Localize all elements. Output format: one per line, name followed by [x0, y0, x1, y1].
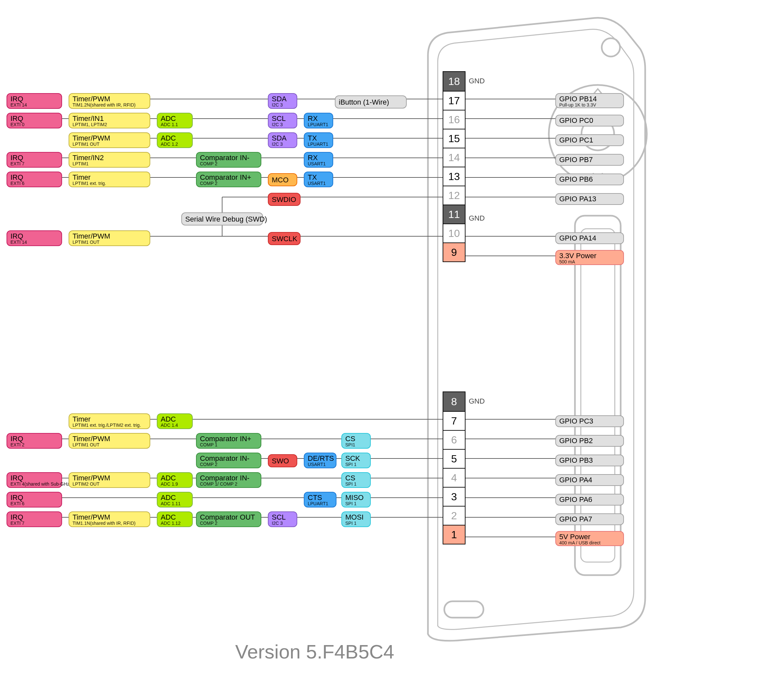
box-tmr7: TimerLPTIM1 ext. trig./LPTIM2 ext. trig.	[68, 413, 150, 429]
box-irq6: IRQEXTI 2	[6, 433, 62, 449]
gpio-p7: GPIO PC3	[555, 415, 624, 427]
box-derts5: DE/RTSUSART1	[304, 453, 337, 468]
box-swo5: SWO	[268, 454, 297, 467]
box-irq13: IRQEXTI 6	[6, 172, 62, 187]
pin-13: 13	[443, 167, 465, 186]
box-adc16: ADCADC 1.1	[157, 113, 193, 128]
pin-17: 17	[443, 91, 465, 110]
box-scl16: SCLI2C 3	[268, 113, 297, 128]
box-cmp13: Comparator IN+COMP 2	[196, 172, 261, 187]
pin-column-bottom: 87654321	[443, 392, 466, 545]
version-text: Version 5.F4B5C4	[235, 641, 394, 663]
box-tx15: TXLPUART1	[304, 132, 333, 148]
box-tmr13: TimerLPTIM1 ext. trig.	[68, 172, 150, 187]
box-tmr10: Timer/PWMLPTIM1 OUT	[68, 230, 150, 246]
box-tmr15: Timer/PWMLPTIM1 OUT	[68, 132, 150, 148]
gpio-p3: GPIO PA6	[555, 494, 624, 505]
box-cs6: CSSPI1	[341, 433, 371, 449]
box-cts3: CTSLPUART1	[304, 492, 337, 507]
pin-2: 2	[443, 506, 465, 525]
box-cmp5: Comparator IN-COMP 2	[196, 453, 261, 468]
box-adc2: ADCADC 1.12	[157, 512, 193, 527]
gpio-p13: GPIO PB6	[555, 174, 624, 185]
box-tmr2: Timer/PWMTIM1.1N(shared with IR, RFID)	[68, 512, 150, 527]
box-mosi2: MOSISPI 1	[341, 512, 371, 527]
gpio-p15: GPIO PC1	[555, 134, 624, 146]
gpio-p9: 3.3V Power500 mA	[555, 250, 624, 265]
pin-8: 8	[443, 392, 465, 411]
box-irq16: IRQEXTI 0	[6, 113, 62, 128]
box-cmp2: Comparator OUTCOMP 2	[196, 512, 261, 527]
box-sda15: SDAI2C 3	[268, 132, 297, 148]
gpio-p6: GPIO PB2	[555, 435, 624, 447]
box-adc3: ADCADC 1.11	[157, 492, 193, 507]
gpio-p10: GPIO PA14	[555, 232, 624, 244]
pin-3: 3	[443, 487, 465, 506]
box-sck5: SCKSPI 1	[341, 453, 371, 468]
box-ibtn: iButton (1-Wire)	[335, 96, 407, 108]
gnd-label-18: GND	[469, 77, 485, 85]
pin-12: 12	[443, 186, 465, 205]
box-tmr14: Timer/IN2LPTIM1	[68, 152, 150, 167]
box-swdio: SWDIO	[268, 193, 301, 206]
box-irq3: IRQEXTI 6	[6, 492, 62, 507]
box-tmr4: Timer/PWMLPTIM2 OUT	[68, 472, 150, 488]
gpio-p4: GPIO PA4	[555, 474, 624, 486]
gpio-p12: GPIO PA13	[555, 193, 624, 205]
box-adc7: ADCADC 1.4	[157, 413, 193, 429]
pin-column-top: 1817161514131211109	[443, 71, 466, 262]
box-swdlbl: Serial Wire Debug (SWD)	[181, 212, 263, 225]
box-cmp14: Comparator IN-COMP 2	[196, 152, 261, 167]
pin-10: 10	[443, 223, 465, 242]
gpio-p16: GPIO PC0	[555, 115, 624, 126]
box-sda17: SDAI2C 3	[268, 93, 297, 109]
box-miso3: MISOSPI 1	[341, 492, 371, 507]
pin-6: 6	[443, 430, 465, 449]
box-irq14: IRQEXTI 7	[6, 152, 62, 167]
pin-5: 5	[443, 449, 465, 468]
box-irq10: IRQEXTI 14	[6, 230, 62, 246]
box-tmr16: Timer/IN1LPTIM1, LPTIM2	[68, 113, 150, 128]
box-cmp4: Comparator IN-COMP 1/ COMP 2	[196, 472, 261, 488]
box-swclk: SWCLK	[268, 232, 301, 245]
pin-7: 7	[443, 411, 465, 430]
svg-point-4	[602, 38, 620, 57]
pin-16: 16	[443, 110, 465, 129]
gpio-p14: GPIO PB7	[555, 154, 624, 166]
box-adc4: ADCADC 1.9	[157, 472, 193, 488]
box-tmr17: Timer/PWMTIM1.2N(shared with IR, RFID)	[68, 93, 150, 109]
gpio-p1: 5V Power400 mA / USB direct	[555, 531, 624, 546]
pin-9: 9	[443, 242, 465, 261]
pin-15: 15	[443, 129, 465, 148]
gpio-p17: GPIO PB14Pull-up 1K to 3.3V	[555, 93, 624, 108]
box-rx14: RXUSART1	[304, 152, 333, 167]
gnd-label-8: GND	[469, 397, 485, 406]
pin-1: 1	[443, 525, 465, 544]
box-adc15: ADCADC 1.2	[157, 132, 193, 148]
gnd-label-11: GND	[469, 214, 485, 223]
box-scl2: SCLI2C 3	[268, 512, 297, 527]
box-tx13: TXUSART1	[304, 172, 333, 187]
box-mco13: MCO	[268, 173, 297, 186]
box-irq4: IRQEXTI 4(shared with Sub-GHz)	[6, 472, 62, 488]
gpio-p2: GPIO PA7	[555, 513, 624, 525]
pin-4: 4	[443, 468, 465, 487]
svg-rect-5	[444, 601, 483, 618]
box-rx16: RXLPUART1	[304, 113, 333, 128]
svg-rect-1	[581, 229, 615, 562]
pin-11: 11	[443, 205, 465, 223]
box-tmr6: Timer/PWMLPTIM1 OUT	[68, 433, 150, 449]
box-cs4: CSSPI 1	[341, 472, 371, 488]
box-irq2: IRQEXTI 7	[6, 512, 62, 527]
pin-18: 18	[443, 72, 465, 91]
box-cmp6: Comparator IN+COMP 1	[196, 433, 261, 449]
pin-14: 14	[443, 148, 465, 167]
gpio-p5: GPIO PB3	[555, 454, 624, 466]
box-irq17: IRQEXTI 14	[6, 93, 62, 109]
